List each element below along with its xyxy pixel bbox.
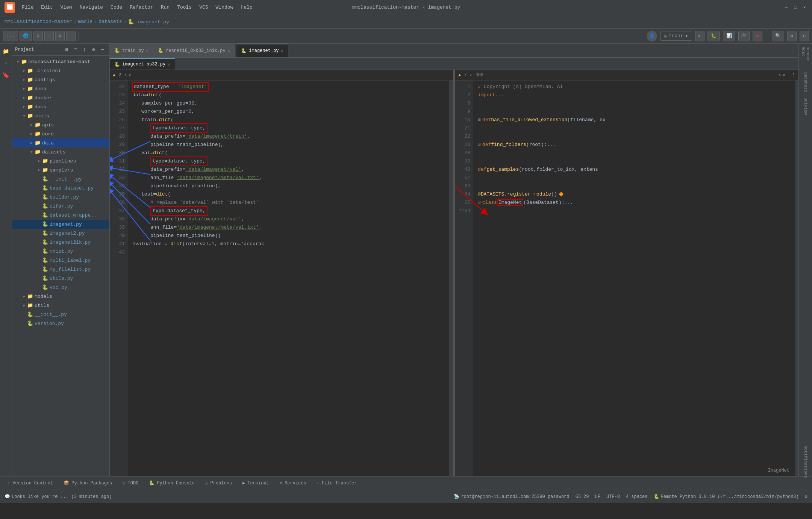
run-button[interactable]: ▶ [695, 31, 704, 41]
nav-arrows[interactable]: ∧ ∨ [124, 72, 131, 78]
menu-run[interactable]: Run [157, 3, 173, 12]
tree-docs[interactable]: ▶ 📁 docs [12, 102, 109, 111]
tab-resnet[interactable]: 🐍 resnet18_8xb32_in1k.py ✕ [153, 44, 235, 57]
menu-edit[interactable]: Edit [37, 3, 56, 12]
status-scp[interactable]: 📡 root@region-11.autodl.com:25390 passwo… [454, 494, 569, 499]
bottom-tab-services[interactable]: ⚙ Services [275, 478, 311, 489]
right-nav-up[interactable]: ∧ [779, 72, 781, 78]
menu-bar[interactable]: File Edit View Navigate Code Refactor Ru… [18, 3, 256, 12]
tree-utils-folder[interactable]: ▶ 📁 utils [12, 301, 109, 310]
tab-train-close[interactable]: ✕ [146, 48, 149, 53]
tree-utils-py[interactable]: 🐍 utils.py [12, 274, 109, 283]
minimize-button[interactable]: ─ [783, 5, 789, 11]
menu-code[interactable]: Code [107, 3, 126, 12]
breadcrumb-mmcls[interactable]: mmcls [78, 19, 92, 24]
fold-button[interactable]: ⋮ [791, 73, 795, 77]
tab-imagenet[interactable]: 🐍 imagenet.py ✕ [236, 44, 288, 57]
tree-docker[interactable]: ▶ 📁 docker [12, 93, 109, 102]
breadcrumb-root[interactable]: mmclassification-master [5, 19, 72, 24]
menu-navigate[interactable]: Navigate [76, 3, 107, 12]
project-icon[interactable]: 📁 [2, 47, 11, 56]
coverage-button[interactable]: 📊 [723, 31, 735, 41]
status-git-icon[interactable]: ⚙ [805, 494, 807, 499]
tree-mmcls[interactable]: ▼ 📁 mmcls [12, 111, 109, 120]
sidebar-btn-minimize[interactable]: — [99, 46, 106, 53]
right-nav-down[interactable]: ∨ [783, 72, 785, 78]
right-scrollbar[interactable] [795, 80, 798, 476]
bottom-tab-terminal[interactable]: ▶ Terminal [238, 478, 274, 489]
tree-init[interactable]: 🐍 __init__.py [12, 175, 109, 184]
menu-view[interactable]: View [56, 3, 76, 12]
tab-resnet-close[interactable]: ✕ [228, 48, 230, 53]
bottom-tab-file-transfer[interactable]: ↔ File Transfer [312, 478, 362, 489]
bottom-tab-python-packages[interactable]: 📦 Python Packages [59, 478, 117, 489]
tree-my-filelist[interactable]: 🐍 my_filelist.py [12, 265, 109, 274]
toolbar-settings-button[interactable]: ⚙ [55, 31, 65, 41]
tree-voc[interactable]: 🐍 voc.py [12, 283, 109, 292]
status-indent[interactable]: 4 spaces [626, 494, 648, 499]
bottom-tab-version-control[interactable]: ↕ Version Control [3, 478, 58, 489]
bottom-tab-todo[interactable]: ☑ TODO [118, 478, 143, 489]
tree-builder[interactable]: 🐍 builder.py [12, 193, 109, 202]
bookmarks-icon[interactable]: 🔖 [2, 71, 11, 80]
tree-datasets[interactable]: ▼ 📁 datasets [12, 147, 109, 156]
window-controls[interactable]: ─ □ ✕ [783, 5, 807, 11]
breadcrumb-datasets[interactable]: datasets [98, 19, 122, 24]
tree-dataset-wrapper[interactable]: 🐍 dataset_wrappe.. [12, 211, 109, 220]
search-button[interactable]: 🔍 [772, 31, 784, 41]
left-scrollbar[interactable] [449, 80, 453, 476]
right-code-content[interactable]: # Copyright (c) OpenMMLab. Al import ... [473, 80, 795, 476]
stop-button[interactable]: ■ [753, 31, 762, 41]
sidebar-btn-2[interactable]: ≡ [72, 46, 79, 53]
tree-cifar[interactable]: 🐍 cifar.py [12, 202, 109, 211]
tab-bs32-close[interactable]: ✕ [168, 62, 170, 67]
tree-samplers[interactable]: ▶ 📁 samplers [12, 165, 109, 175]
toolbar-dots-button[interactable]: ... [3, 31, 18, 41]
user-avatar[interactable]: 👤 [647, 31, 657, 41]
tabs-menu-button[interactable]: ⋮ [788, 44, 798, 57]
update-button[interactable]: ↻ [800, 31, 809, 41]
tree-imagenet21k[interactable]: 🐍 imagenet21k.py [12, 238, 109, 247]
sidebar-btn-1[interactable]: ⊡ [63, 46, 70, 53]
menu-file[interactable]: File [18, 3, 37, 12]
menu-tools[interactable]: Tools [173, 3, 195, 12]
debug-button[interactable]: 🐛 [707, 31, 720, 41]
tree-demo[interactable]: ▶ 📁 demo [12, 84, 109, 93]
tree-apis[interactable]: ▶ 📁 apis [12, 120, 109, 129]
tree-circleci[interactable]: ▶ 📁 .circleci [12, 66, 109, 75]
tab-imagenet-bs32[interactable]: 🐍 imagenet_bs32.py ✕ [110, 58, 175, 70]
structure-icon[interactable]: ≡ [2, 59, 11, 68]
breadcrumb-file[interactable]: 🐍 imagenet.py [128, 19, 169, 25]
tree-data[interactable]: ▶ 📁 data [12, 138, 109, 147]
toolbar-list-button[interactable]: ≡ [33, 31, 43, 41]
menu-window[interactable]: Window [212, 3, 237, 12]
tree-models[interactable]: ▶ 📁 models [12, 292, 109, 301]
right-sidebar-sciview[interactable]: SciView [800, 95, 811, 117]
left-code-content[interactable]: dataset_type = 'ImageNet' data = dict( s… [128, 80, 449, 476]
toolbar-globe-button[interactable]: 🌐 [20, 31, 32, 41]
profile-button[interactable]: ⏱ [738, 31, 750, 41]
menu-vcs[interactable]: VCS [195, 3, 212, 12]
right-nav-arrows[interactable]: ∧ ∨ [779, 72, 785, 78]
tree-pipelines[interactable]: ▶ 📁 pipelines [12, 156, 109, 165]
tab-imagenet-close[interactable]: ✕ [281, 49, 284, 53]
toolbar-sort-button[interactable]: ↕ [44, 31, 54, 41]
right-sidebar-remote-host[interactable]: Remote Host [800, 47, 811, 69]
nav-down-arrow[interactable]: ∨ [129, 72, 131, 78]
tree-multi-label[interactable]: 🐍 multi_label.py [12, 256, 109, 265]
right-sidebar-notifications[interactable]: Notifications [800, 451, 811, 473]
status-python[interactable]: 🐍 Remote Python 3.8.10 (/r.../miniconda3… [654, 494, 799, 499]
menu-refactor[interactable]: Refactor [126, 3, 157, 12]
right-code-area[interactable]: 1 2 8 9 10 21 22 23 38 39 40 62 63 64 [455, 80, 798, 476]
toolbar-minimize-button[interactable]: — [66, 31, 76, 41]
tree-root[interactable]: ▼ 📁 mmclassification-mast [12, 57, 109, 66]
tree-imagenet[interactable]: 🐍 imagenet.py [12, 220, 109, 229]
status-encoding[interactable]: UTF-8 [606, 494, 620, 499]
bottom-tab-problems[interactable]: ⚠ Problems [201, 478, 236, 489]
menu-help[interactable]: Help [237, 3, 256, 12]
tree-mnist[interactable]: 🐍 mnist.py [12, 247, 109, 256]
close-button[interactable]: ✕ [801, 5, 807, 11]
tab-train[interactable]: 🐍 train.py ✕ [110, 44, 153, 57]
tree-imagenet2[interactable]: 🐍 imagenet2.py [12, 229, 109, 238]
sidebar-btn-settings[interactable]: ⚙ [90, 46, 97, 53]
